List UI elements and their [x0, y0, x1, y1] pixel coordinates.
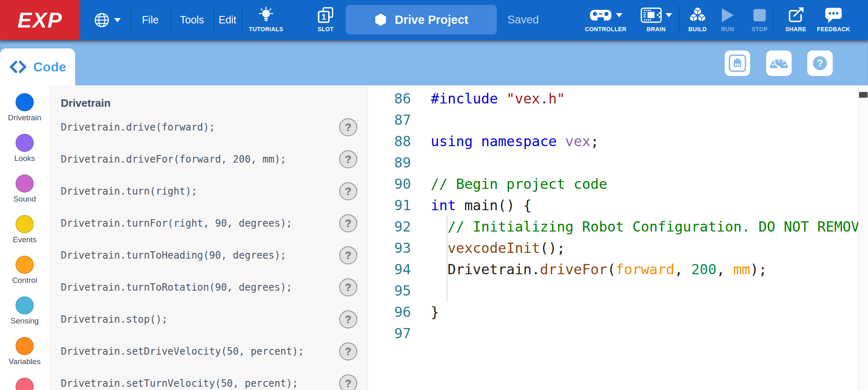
chevron-down-icon [616, 13, 622, 17]
category-list: DrivetrainLooksSoundEventsControlSensing… [0, 93, 49, 390]
vexcode-window: EXP File Tools Edit [0, 0, 868, 390]
command-text[interactable]: Drivetrain.turnToHeading(90, degrees); [61, 250, 286, 261]
command-text[interactable]: Drivetrain.turnFor(right, 90, degrees); [61, 218, 292, 229]
category-circle[interactable] [16, 93, 34, 111]
command-text[interactable]: Drivetrain.turn(right); [61, 186, 197, 197]
category-label: Control [12, 276, 37, 285]
command-help-button[interactable]: ? [339, 182, 357, 200]
command-help-button[interactable]: ? [339, 310, 357, 328]
category-circle[interactable] [16, 296, 34, 314]
command-help-button[interactable]: ? [339, 374, 357, 390]
menu-tools[interactable]: Tools [170, 0, 214, 40]
category-item-sound[interactable]: Sound [0, 174, 49, 215]
command-help-button[interactable]: ? [339, 214, 357, 232]
share-button[interactable]: SHARE [782, 0, 810, 40]
menu-file[interactable]: File [130, 0, 170, 40]
menu-edit[interactable]: Edit [214, 0, 241, 40]
category-circle[interactable] [16, 215, 34, 233]
code-editor[interactable]: 86#include "vex.h"8788using namespace ve… [367, 85, 868, 390]
command-row[interactable]: Drivetrain.setTurnVelocity(50, percent);… [49, 367, 367, 390]
brain-icon [641, 7, 662, 23]
command-text[interactable]: Drivetrain.driveFor(forward, 200, mm); [61, 154, 286, 165]
command-help-button[interactable]: ? [339, 278, 357, 296]
line-content: // Begin project code [431, 176, 607, 192]
code-token: // Begin project code [431, 176, 607, 192]
line-number: 90 [368, 176, 411, 192]
globe-icon [93, 11, 110, 29]
category-label: Variables [9, 357, 41, 366]
category-circle[interactable] [16, 337, 34, 355]
save-status: Saved [502, 0, 544, 40]
command-row[interactable]: Drivetrain.stop();? [49, 303, 367, 335]
command-row[interactable]: Drivetrain.driveFor(forward, 200, mm);? [49, 143, 367, 175]
line-content: vexcodeInit(); [431, 240, 565, 256]
code-token [473, 133, 481, 149]
code-token: using [431, 133, 473, 149]
category-item[interactable] [0, 378, 49, 390]
language-menu[interactable] [86, 0, 127, 40]
command-text[interactable]: Drivetrain.drive(forward); [61, 122, 215, 133]
editor-scrollbar[interactable] [858, 85, 868, 390]
scrollbar-thumb[interactable] [859, 92, 868, 98]
controller-button[interactable]: CONTROLLER [580, 0, 631, 40]
code-line: 88using namespace vex; [368, 131, 868, 152]
tab-code[interactable]: Code [0, 48, 75, 85]
stop-button[interactable]: STOP [747, 0, 772, 40]
code-token [557, 133, 565, 149]
slot-label: SLOT [318, 26, 334, 32]
command-help-button[interactable]: ? [339, 118, 357, 136]
category-item-variables[interactable]: Variables [0, 337, 49, 378]
code-line: 94 Drivetrain.driveFor(forward, 200, mm)… [368, 259, 868, 280]
command-row[interactable]: Drivetrain.turn(right);? [49, 175, 367, 207]
stop-square-icon [753, 9, 766, 22]
command-row[interactable]: Drivetrain.turnToRotation(90, degrees);? [49, 271, 367, 303]
slot-button[interactable]: 1 SLOT [310, 0, 341, 40]
command-help-button[interactable]: ? [339, 342, 357, 360]
category-label: Looks [14, 154, 35, 163]
command-text[interactable]: Drivetrain.setDriveVelocity(50, percent)… [61, 346, 304, 357]
code-token: ( [607, 261, 615, 278]
line-number: 86 [368, 90, 411, 107]
code-token: , [716, 261, 733, 278]
feedback-button[interactable]: FEEDBACK [815, 0, 852, 40]
command-text[interactable]: Drivetrain.turnToRotation(90, degrees); [61, 282, 292, 293]
code-line: 95 [368, 280, 868, 301]
code-brackets-icon [9, 61, 27, 73]
command-text[interactable]: Drivetrain.setTurnVelocity(50, percent); [61, 378, 298, 389]
code-token: int [431, 197, 456, 213]
exp-logo: EXP [0, 0, 80, 40]
category-label: Sound [14, 195, 36, 204]
category-item-sensing[interactable]: Sensing [0, 296, 49, 337]
hexagon-icon [374, 13, 387, 26]
category-circle[interactable] [16, 134, 34, 152]
command-help-button[interactable]: ? [339, 150, 357, 168]
category-item-drivetrain[interactable]: Drivetrain [0, 93, 49, 134]
category-circle[interactable] [16, 378, 34, 390]
category-item-control[interactable]: Control [0, 256, 49, 296]
command-row[interactable]: Drivetrain.turnFor(right, 90, degrees);? [49, 207, 367, 239]
run-button[interactable]: RUN [715, 0, 740, 40]
line-number: 88 [368, 133, 411, 149]
category-label: Sensing [11, 317, 39, 326]
command-text[interactable]: Drivetrain.stop(); [61, 314, 168, 325]
category-item-looks[interactable]: Looks [0, 134, 49, 174]
help-icon: ? [811, 54, 829, 72]
command-row[interactable]: Drivetrain.drive(forward);? [49, 111, 367, 143]
category-item-events[interactable]: Events [0, 215, 49, 256]
brain-button[interactable]: BRAIN [636, 0, 677, 40]
project-name-button[interactable]: Drive Project [346, 5, 497, 34]
devices-button[interactable] [725, 50, 750, 76]
help-button[interactable]: ? [807, 50, 833, 76]
category-circle[interactable] [16, 256, 34, 274]
command-row[interactable]: Drivetrain.turnToHeading(90, degrees);? [49, 239, 367, 271]
brain-label: BRAIN [647, 26, 666, 32]
tutorials-button[interactable]: TUTORIALS [246, 0, 286, 40]
build-button[interactable]: BUILD [684, 0, 711, 40]
category-circle[interactable] [16, 174, 34, 193]
command-help-button[interactable]: ? [339, 246, 357, 264]
monitor-button[interactable] [766, 50, 792, 76]
line-content: } [431, 304, 439, 320]
command-row[interactable]: Drivetrain.setDriveVelocity(50, percent)… [49, 335, 367, 367]
share-label: SHARE [785, 26, 806, 32]
top-toolbar: EXP File Tools Edit [0, 0, 868, 40]
